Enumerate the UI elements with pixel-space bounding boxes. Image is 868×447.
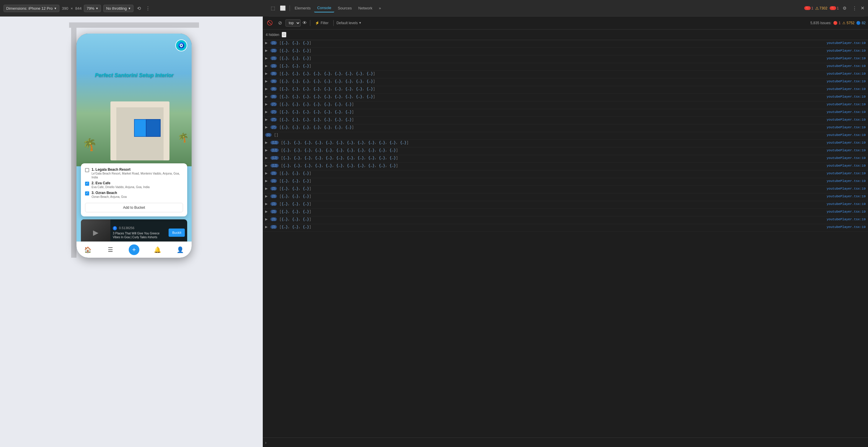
log-row[interactable]: ▶(3)[{…}, {…}, {…}]youtubePlayer.tsx:19 (263, 40, 868, 48)
log-file-link[interactable]: youtubePlayer.tsx:19 (827, 187, 866, 191)
expand-icon[interactable]: ▶ (265, 171, 268, 175)
expand-icon[interactable]: ▶ (265, 118, 268, 122)
log-file-link[interactable]: youtubePlayer.tsx:19 (827, 87, 866, 91)
log-file-link[interactable]: youtubePlayer.tsx:19 (827, 202, 866, 206)
log-row[interactable]: ▶(7)[{…}, {…}, {…}, {…}, {…}, {…}, {…}]y… (263, 101, 868, 109)
log-row[interactable]: ▶(9)[{…}, {…}, {…}, {…}, {…}, {…}, {…}, … (263, 71, 868, 78)
log-file-link[interactable]: youtubePlayer.tsx:19 (827, 57, 866, 60)
expand-icon[interactable]: ▶ (265, 210, 268, 213)
log-file-link[interactable]: youtubePlayer.tsx:19 (827, 225, 866, 229)
throttle-selector[interactable]: No throttling ▼ (103, 5, 133, 12)
log-file-link[interactable]: youtubePlayer.tsx:19 (827, 80, 866, 83)
expand-icon[interactable]: ▶ (265, 56, 268, 60)
log-file-link[interactable]: youtubePlayer.tsx:19 (827, 164, 866, 168)
tab-elements[interactable]: Elements (292, 4, 314, 12)
expand-icon[interactable]: ▶ (265, 72, 268, 75)
log-file-link[interactable]: youtubePlayer.tsx:19 (827, 156, 866, 160)
log-row[interactable]: ▶(3)[{…}, {…}, {…}]youtubePlayer.tsx:19 (263, 216, 868, 224)
nav-add-button[interactable]: + (129, 244, 140, 255)
hidden-settings-button[interactable]: ⚙ (282, 32, 286, 37)
expand-icon[interactable]: ▶ (265, 49, 268, 53)
expand-icon[interactable]: ▶ (265, 95, 268, 99)
avatar[interactable]: 🧿 (175, 39, 187, 51)
expand-icon[interactable]: ▶ (265, 179, 268, 183)
location-3-checkbox[interactable] (85, 192, 89, 196)
default-levels-button[interactable]: Default levels ▼ (337, 21, 362, 25)
log-row[interactable]: ▶(3)[{…}, {…}, {…}]youtubePlayer.tsx:19 (263, 178, 868, 186)
expand-icon[interactable]: ▶ (265, 141, 268, 144)
expand-icon[interactable]: ▶ (265, 187, 268, 191)
expand-icon[interactable]: ▶ (265, 79, 268, 83)
log-row[interactable]: ▶(7)[{…}, {…}, {…}, {…}, {…}, {…}, {…}]y… (263, 109, 868, 117)
log-file-link[interactable]: youtubePlayer.tsx:19 (827, 41, 866, 45)
nav-bell-button[interactable]: 🔔 (153, 245, 162, 254)
log-row[interactable]: ▶(9)[{…}, {…}, {…}, {…}, {…}, {…}, {…}, … (263, 78, 868, 86)
expand-icon[interactable]: ▶ (265, 125, 268, 129)
expand-icon[interactable]: ▶ (265, 156, 268, 160)
block-button[interactable]: ⊘ (276, 19, 284, 27)
nav-home-button[interactable]: 🏠 (83, 245, 92, 254)
add-to-bucket-button[interactable]: Add to Bucket (85, 203, 183, 212)
log-file-link[interactable]: youtubePlayer.tsx:19 (827, 110, 866, 114)
log-file-link[interactable]: youtubePlayer.tsx:19 (827, 118, 866, 122)
log-row[interactable]: ▶(7)[{…}, {…}, {…}, {…}, {…}, {…}, {…}]y… (263, 117, 868, 125)
log-file-link[interactable]: youtubePlayer.tsx:19 (827, 49, 866, 53)
device-selector[interactable]: Dimensions: iPhone 12 Pro ▼ (4, 5, 59, 12)
log-file-link[interactable]: youtubePlayer.tsx:19 (827, 133, 866, 137)
log-row[interactable]: ▶(12)[{…}, {…}, {…}, {…}, {…}, {…}, {…},… (263, 147, 868, 155)
expand-icon[interactable]: ▶ (265, 102, 268, 106)
filter-button[interactable]: ⚡ Filter (313, 20, 330, 26)
log-row[interactable]: ▶(3)[{…}, {…}, {…}]youtubePlayer.tsx:19 (263, 201, 868, 209)
log-row[interactable]: ▶(3)[{…}, {…}, {…}]youtubePlayer.tsx:19 (263, 194, 868, 201)
clear-console-button[interactable]: 🚫 (265, 19, 275, 27)
expand-icon[interactable]: ▶ (265, 64, 268, 68)
log-row[interactable]: ▶(3)[{…}, {…}, {…}]youtubePlayer.tsx:19 (263, 56, 868, 63)
log-row[interactable]: ▶(3)[{…}, {…}, {…}]youtubePlayer.tsx:19 (263, 224, 868, 232)
eye-button[interactable]: 👁 (302, 20, 307, 26)
log-file-link[interactable]: youtubePlayer.tsx:19 (827, 172, 866, 175)
tab-more[interactable]: » (376, 4, 384, 12)
location-1-checkbox[interactable] (85, 168, 89, 172)
context-selector[interactable]: top (285, 20, 301, 27)
tab-console[interactable]: Console (314, 4, 334, 12)
log-file-link[interactable]: youtubePlayer.tsx:19 (827, 95, 866, 99)
device-mode-button[interactable]: ⬜ (278, 4, 288, 12)
log-row[interactable]: ▶(9)[{…}, {…}, {…}, {…}, {…}, {…}, {…}, … (263, 94, 868, 101)
log-row[interactable]: ▶(3)[{…}, {…}, {…}]youtubePlayer.tsx:19 (263, 48, 868, 56)
buckit-button[interactable]: BuckIt (168, 229, 185, 237)
log-row[interactable]: ▶(12)[{…}, {…}, {…}, {…}, {…}, {…}, {…},… (263, 140, 868, 147)
expand-icon[interactable]: ▶ (265, 164, 268, 168)
log-file-link[interactable]: youtubePlayer.tsx:19 (827, 64, 866, 68)
log-row[interactable]: ▶(3)[{…}, {…}, {…}]youtubePlayer.tsx:19 (263, 170, 868, 178)
devtools-more-button[interactable]: ⋮ (850, 4, 859, 12)
nav-list-button[interactable]: ☰ (106, 245, 115, 254)
log-row[interactable]: (0)[]youtubePlayer.tsx:19 (263, 132, 868, 140)
log-file-link[interactable]: youtubePlayer.tsx:19 (827, 210, 866, 213)
log-file-link[interactable]: youtubePlayer.tsx:19 (827, 126, 866, 129)
log-row[interactable]: ▶(3)[{…}, {…}, {…}]youtubePlayer.tsx:19 (263, 209, 868, 216)
tab-sources[interactable]: Sources (335, 4, 355, 12)
log-file-link[interactable]: youtubePlayer.tsx:19 (827, 103, 866, 106)
zoom-selector[interactable]: 79% ▼ (84, 5, 101, 12)
log-row[interactable]: ▶(9)[{…}, {…}, {…}, {…}, {…}, {…}, {…}, … (263, 86, 868, 94)
log-row[interactable]: ▶(12)[{…}, {…}, {…}, {…}, {…}, {…}, {…},… (263, 155, 868, 163)
log-row[interactable]: ▶(3)[{…}, {…}, {…}]youtubePlayer.tsx:19 (263, 63, 868, 71)
tab-network[interactable]: Network (355, 4, 376, 12)
log-row[interactable]: ▶(12)[{…}, {…}, {…}, {…}, {…}, {…}, {…},… (263, 163, 868, 170)
expand-icon[interactable]: ▶ (265, 217, 268, 221)
log-file-link[interactable]: youtubePlayer.tsx:19 (827, 195, 866, 198)
expand-icon[interactable]: ▶ (265, 148, 268, 152)
log-file-link[interactable]: youtubePlayer.tsx:19 (827, 141, 866, 144)
expand-icon[interactable]: ▶ (265, 202, 268, 206)
log-file-link[interactable]: youtubePlayer.tsx:19 (827, 217, 866, 221)
log-file-link[interactable]: youtubePlayer.tsx:19 (827, 72, 866, 75)
inspect-element-button[interactable]: ⬚ (269, 4, 277, 12)
expand-icon[interactable]: ▶ (265, 194, 268, 198)
log-row[interactable]: ▶(7)[{…}, {…}, {…}, {…}, {…}, {…}, {…}]y… (263, 125, 868, 132)
more-options-button[interactable]: ⋮ (144, 4, 151, 12)
expand-icon[interactable]: ▶ (265, 110, 268, 114)
rotate-button[interactable]: ⟲ (136, 4, 142, 12)
nav-profile-button[interactable]: 👤 (176, 245, 185, 254)
location-2-checkbox[interactable] (85, 182, 89, 186)
devtools-settings-button[interactable]: ⚙ (841, 4, 848, 12)
